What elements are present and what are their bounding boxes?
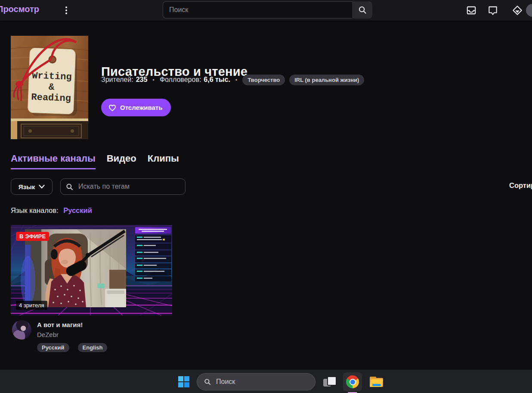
followers-label: Фолловеров: xyxy=(160,76,201,84)
channels-language-value[interactable]: Русский xyxy=(63,206,92,214)
search-icon xyxy=(204,378,211,386)
viewer-count-badge: 4 зрителя xyxy=(16,301,47,310)
user-avatar[interactable] xyxy=(526,4,532,17)
category-tag-irl[interactable]: IRL (в реальной жизни) xyxy=(289,75,364,85)
taskbar-search-label: Поиск xyxy=(216,378,235,386)
language-filter-label: Язык xyxy=(19,183,35,190)
stream-channel-name[interactable]: DeZebr xyxy=(37,331,107,338)
inbox-icon[interactable] xyxy=(466,5,477,16)
svg-text:Writing: Writing xyxy=(32,70,72,82)
search-button[interactable] xyxy=(352,1,372,19)
follow-label: Отслеживать xyxy=(120,104,162,111)
search-icon xyxy=(358,5,367,15)
chrome-icon xyxy=(346,375,359,388)
channels-language-label: Язык каналов: xyxy=(11,206,59,214)
whispers-icon[interactable] xyxy=(487,5,498,16)
taskbar-search[interactable]: Поиск xyxy=(197,373,315,390)
followers-value: 6,6 тыс. xyxy=(204,76,230,84)
separator-dot: • xyxy=(235,77,238,83)
stream-tags: Русский English xyxy=(37,343,107,352)
nav-browse-link[interactable]: Просмотр xyxy=(0,4,39,14)
tab-clips[interactable]: Клипы xyxy=(148,153,179,169)
sort-label[interactable]: Сортировать xyxy=(509,181,532,190)
tab-videos[interactable]: Видео xyxy=(107,153,136,169)
windows-start-button[interactable] xyxy=(178,376,189,387)
task-view-button[interactable] xyxy=(323,375,336,388)
windows-taskbar: Поиск xyxy=(0,370,532,393)
category-boxart[interactable]: Writing & Reading xyxy=(11,36,88,139)
tag-search-input[interactable] xyxy=(77,182,180,191)
top-search xyxy=(163,1,372,19)
bits-gem-icon[interactable] xyxy=(512,5,523,16)
viewers-value: 235 xyxy=(136,76,148,84)
live-badge: В ЭФИРЕ xyxy=(16,232,49,241)
category-tag-creative[interactable]: Творчество xyxy=(242,75,285,85)
search-icon xyxy=(65,183,74,191)
separator-dot: • xyxy=(152,77,155,83)
search-input[interactable] xyxy=(163,1,352,19)
category-stats: Зрителей: 235 • Фолловеров: 6,6 тыс. • Т… xyxy=(101,74,364,85)
category-tabs: Активные каналы Видео Клипы xyxy=(11,153,179,169)
svg-text:&: & xyxy=(48,82,55,93)
stream-title[interactable]: А вот и магия! xyxy=(37,321,107,328)
language-filter-button[interactable]: Язык xyxy=(11,178,53,195)
stream-tag-english[interactable]: English xyxy=(78,343,108,352)
viewers-label: Зрителей: xyxy=(101,76,133,84)
follow-button[interactable]: Отслеживать xyxy=(101,99,171,116)
heart-icon xyxy=(108,103,117,112)
tab-active-channels[interactable]: Активные каналы xyxy=(11,153,96,169)
stream-thumbnail[interactable]: В ЭФИРЕ 4 зрителя xyxy=(11,225,172,315)
chevron-down-icon xyxy=(39,184,45,189)
chrome-taskbar-button[interactable] xyxy=(343,372,362,391)
top-navbar: Просмотр xyxy=(0,0,532,21)
more-menu-icon[interactable] xyxy=(62,5,71,16)
stream-tag-russian[interactable]: Русский xyxy=(37,343,69,352)
stream-card-meta: А вот и магия! DeZebr Русский English xyxy=(12,320,107,352)
channel-avatar[interactable] xyxy=(12,320,31,340)
channels-language-line: Язык каналов: Русский xyxy=(11,206,92,215)
file-explorer-button[interactable] xyxy=(369,376,384,388)
boxart-illustration: Writing & Reading xyxy=(11,36,88,139)
tag-search-box xyxy=(60,178,186,195)
svg-text:Reading: Reading xyxy=(31,92,71,104)
